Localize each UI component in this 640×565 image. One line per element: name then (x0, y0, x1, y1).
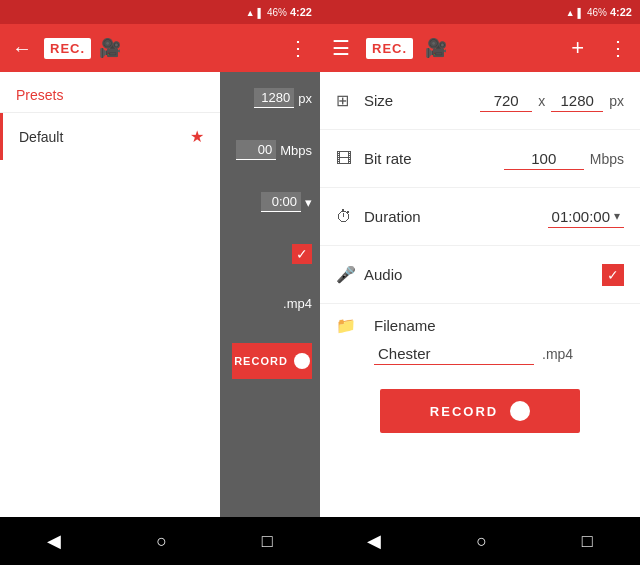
right-nav-bar: ◀ ○ □ (320, 517, 640, 565)
ghost-checkbox: ✓ (292, 244, 312, 264)
preset-default-name: Default (19, 129, 63, 145)
ghost-ext: .mp4 (283, 296, 312, 311)
left-home-nav[interactable]: ○ (132, 523, 191, 560)
filename-row: .mp4 (336, 343, 624, 365)
ghost-bitrate-val: 00 (236, 140, 276, 160)
presets-title: Presets (16, 87, 63, 103)
duration-controls: 01:00:00 ▾ (444, 206, 624, 228)
duration-dropdown-arrow: ▾ (614, 209, 620, 223)
size-controls: x px (444, 90, 624, 112)
right-panel: 46% 4:22 ☰ REC. 🎥 + ⋮ ⊞ Size x px 🎞 Bit … (320, 0, 640, 565)
right-menu-dots-button[interactable]: ⋮ (604, 32, 632, 64)
battery-text: 46% (267, 7, 287, 18)
filename-label: Filename (374, 317, 436, 334)
duration-icon: ⏱ (336, 208, 364, 226)
audio-checkbox[interactable]: ✓ (602, 264, 624, 286)
presets-header: Presets (0, 72, 220, 113)
hamburger-menu-button[interactable]: ☰ (328, 32, 354, 64)
right-home-nav[interactable]: ○ (452, 523, 511, 560)
bitrate-label: Bit rate (364, 150, 444, 167)
filename-section: 📁 Filename .mp4 (320, 304, 640, 373)
ghost-size-unit: px (298, 91, 312, 106)
preset-default-item[interactable]: Default ★ (0, 113, 220, 160)
audio-label: Audio (364, 266, 444, 283)
wifi-icon (246, 7, 255, 18)
duration-label: Duration (364, 208, 444, 225)
left-content: 1280 px 00 Mbps 0:00 ▾ ✓ .mp4 RECORD Pre… (0, 72, 320, 517)
ghost-bitrate-row: 00 Mbps (236, 140, 312, 160)
ghost-record-button: RECORD (232, 343, 312, 379)
right-back-nav[interactable]: ◀ (343, 522, 405, 560)
settings-content: ⊞ Size x px 🎞 Bit rate Mbps ⏱ Duration (320, 72, 640, 517)
add-button[interactable]: + (571, 35, 584, 61)
ghost-duration-val: 0:00 (261, 192, 301, 212)
filename-folder-icon: 📁 (336, 316, 364, 335)
ghost-size-row: 1280 px (254, 88, 312, 108)
bitrate-controls: Mbps (444, 148, 624, 170)
size-icon: ⊞ (336, 91, 364, 110)
right-recents-nav[interactable]: □ (558, 523, 617, 560)
ghost-record-label: RECORD (234, 355, 288, 367)
time-text: 4:22 (290, 6, 312, 18)
size-x-divider: x (538, 93, 545, 109)
right-status-icons: 46% 4:22 (566, 6, 632, 18)
bitrate-icon: 🎞 (336, 150, 364, 168)
right-signal-icon (578, 7, 584, 18)
size-height-input[interactable] (551, 90, 603, 112)
logo-badge: REC. (44, 38, 91, 59)
bitrate-input[interactable] (504, 148, 584, 170)
right-toolbar: ☰ REC. 🎥 + ⋮ (320, 24, 640, 72)
left-nav-bar: ◀ ○ □ (0, 517, 320, 565)
size-label: Size (364, 92, 444, 109)
record-section: RECORD (320, 373, 640, 449)
bitrate-unit: Mbps (590, 151, 624, 167)
ghost-content: 1280 px 00 Mbps 0:00 ▾ ✓ .mp4 RECORD (220, 72, 320, 517)
size-width-input[interactable] (480, 90, 532, 112)
record-button[interactable]: RECORD (380, 389, 580, 433)
camera-icon: 🎥 (99, 37, 121, 59)
ghost-bitrate-unit: Mbps (280, 143, 312, 158)
menu-dots-button[interactable]: ⋮ (284, 32, 312, 64)
duration-setting-row: ⏱ Duration 01:00:00 ▾ (320, 188, 640, 246)
filename-header: 📁 Filename (336, 316, 624, 335)
size-unit: px (609, 93, 624, 109)
duration-value: 01:00:00 (552, 208, 610, 225)
right-camera-icon: 🎥 (425, 37, 447, 59)
presets-drawer: Presets Default ★ (0, 72, 220, 517)
record-button-circle (510, 401, 530, 421)
right-battery-text: 46% (587, 7, 607, 18)
signal-icon (258, 7, 264, 18)
left-status-icons: 46% 4:22 (246, 6, 312, 18)
ghost-duration-arrow: ▾ (305, 195, 312, 210)
ghost-duration-row: 0:00 ▾ (261, 192, 312, 212)
filename-ext: .mp4 (542, 346, 573, 362)
left-back-nav[interactable]: ◀ (23, 522, 85, 560)
left-recents-nav[interactable]: □ (238, 523, 297, 560)
right-time-text: 4:22 (610, 6, 632, 18)
left-status-bar: 46% 4:22 (0, 0, 320, 24)
ghost-record-circle (294, 353, 310, 369)
ghost-size-val: 1280 (254, 88, 294, 108)
bitrate-setting-row: 🎞 Bit rate Mbps (320, 130, 640, 188)
left-toolbar: ← REC. 🎥 ⋮ (0, 24, 320, 72)
left-panel: 46% 4:22 ← REC. 🎥 ⋮ 1280 px 00 Mbps 0:00… (0, 0, 320, 565)
right-status-bar: 46% 4:22 (320, 0, 640, 24)
audio-controls: ✓ (444, 264, 624, 286)
back-button[interactable]: ← (8, 33, 36, 64)
filename-input[interactable] (374, 343, 534, 365)
duration-dropdown[interactable]: 01:00:00 ▾ (548, 206, 624, 228)
audio-icon: 🎤 (336, 265, 364, 284)
record-button-label: RECORD (430, 404, 498, 419)
right-logo-badge: REC. (366, 38, 413, 59)
preset-star-icon: ★ (190, 127, 204, 146)
right-wifi-icon (566, 7, 575, 18)
audio-setting-row: 🎤 Audio ✓ (320, 246, 640, 304)
size-setting-row: ⊞ Size x px (320, 72, 640, 130)
